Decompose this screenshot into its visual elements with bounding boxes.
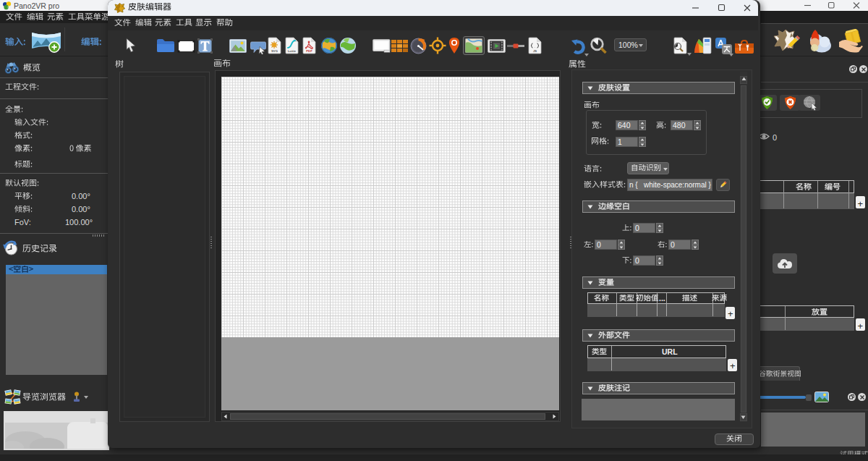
svg-text:PDF: PDF [306, 49, 312, 53]
svg-text:Lottie: Lottie [288, 49, 297, 53]
svg-text:SVG: SVG [271, 49, 278, 53]
svg-text:JS: JS [533, 49, 537, 53]
